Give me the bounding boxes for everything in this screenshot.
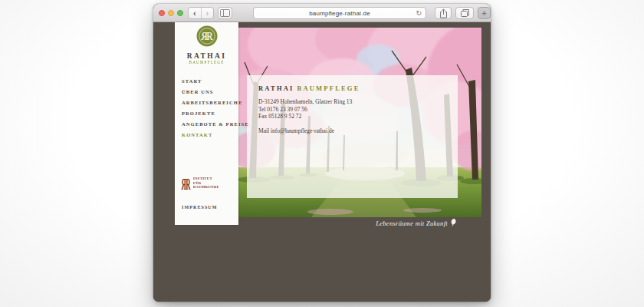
forward-button[interactable]: › bbox=[202, 8, 214, 18]
sidebar-icon bbox=[220, 9, 230, 17]
back-button[interactable]: ‹ bbox=[189, 8, 202, 18]
svg-text:R: R bbox=[200, 31, 207, 42]
nav-item-projekte[interactable]: PROJEKTE bbox=[182, 108, 249, 119]
rathai-logo-icon: R R bbox=[196, 25, 218, 47]
heading-secondary: BAUMPFLEGE bbox=[297, 84, 360, 92]
impressum-link[interactable]: IMPRESSUM bbox=[182, 205, 218, 210]
share-button[interactable] bbox=[435, 7, 452, 19]
close-window-button[interactable] bbox=[159, 10, 165, 16]
svg-text:R: R bbox=[181, 175, 186, 192]
nav-item-arbeitsbereiche[interactable]: ARBEITSBEREICHE bbox=[182, 97, 249, 108]
url-text: baumpflege-rathai.de bbox=[309, 10, 370, 17]
tabs-icon bbox=[460, 8, 470, 18]
page-background: RATHAIBAUMPFLEGE D-31249 Hohenhameln, Gl… bbox=[153, 22, 491, 302]
nav-item-kontakt[interactable]: KONTAKT bbox=[182, 130, 249, 140]
institute-label: INSTITUT FÜR BAUMKUNDE bbox=[193, 177, 219, 189]
nav-item-ueber-uns[interactable]: ÜBER UNS bbox=[182, 87, 249, 97]
url-bar[interactable]: baumpflege-rathai.de ↻ bbox=[253, 7, 426, 19]
contact-fax: Fax 05128 9 52 72 bbox=[258, 113, 458, 120]
tagline-text: Lebensräume mit Zukunft bbox=[376, 220, 448, 227]
contact-card-heading: RATHAIBAUMPFLEGE bbox=[258, 84, 458, 92]
heading-primary: RATHAI bbox=[258, 84, 294, 92]
brand-title: RATHAI bbox=[175, 52, 238, 60]
nav-item-start[interactable]: START bbox=[182, 76, 249, 87]
history-nav-group: ‹ › bbox=[188, 7, 214, 19]
contact-mail[interactable]: Mail info@baumpflege-rathai.de bbox=[258, 127, 458, 134]
browser-window: ‹ › baumpflege-rathai.de ↻ bbox=[153, 4, 491, 302]
brand-subtitle: BAUMPFLEGE bbox=[179, 61, 234, 64]
nav-item-angebote-preise[interactable]: ANGEBOTE & PREISE bbox=[182, 119, 249, 130]
contact-card: RATHAIBAUMPFLEGE D-31249 Hohenhameln, Gl… bbox=[247, 75, 458, 198]
refresh-icon[interactable]: ↻ bbox=[416, 9, 422, 17]
contact-address: D-31249 Hohenhameln, Glatzer Ring 13 bbox=[258, 98, 458, 106]
institute-logo-block[interactable]: R R INSTITUT FÜR BAUMKUNDE bbox=[181, 173, 227, 193]
brand-block[interactable]: R R RATHAI BAUMPFLEGE bbox=[175, 25, 238, 65]
traffic-lights bbox=[159, 10, 183, 16]
minimize-window-button[interactable] bbox=[168, 10, 174, 16]
zoom-window-button[interactable] bbox=[177, 10, 183, 16]
institute-monogram-icon: R R bbox=[181, 173, 191, 193]
sidebar-toggle-button[interactable] bbox=[218, 7, 232, 19]
leaf-icon bbox=[450, 218, 457, 226]
site-sidebar: R R RATHAI BAUMPFLEGE START ÜBER UNS ARB… bbox=[175, 22, 238, 225]
main-nav: START ÜBER UNS ARBEITSBEREICHE PROJEKTE … bbox=[182, 76, 249, 140]
new-tab-button[interactable]: + bbox=[478, 7, 491, 19]
contact-tel: Tel 0176 23 39 07 56 bbox=[258, 106, 458, 114]
share-icon bbox=[439, 8, 448, 18]
tab-overview-button[interactable] bbox=[455, 7, 474, 19]
browser-toolbar: ‹ › baumpflege-rathai.de ↻ bbox=[153, 4, 491, 22]
tagline: Lebensräume mit Zukunft bbox=[376, 218, 457, 229]
